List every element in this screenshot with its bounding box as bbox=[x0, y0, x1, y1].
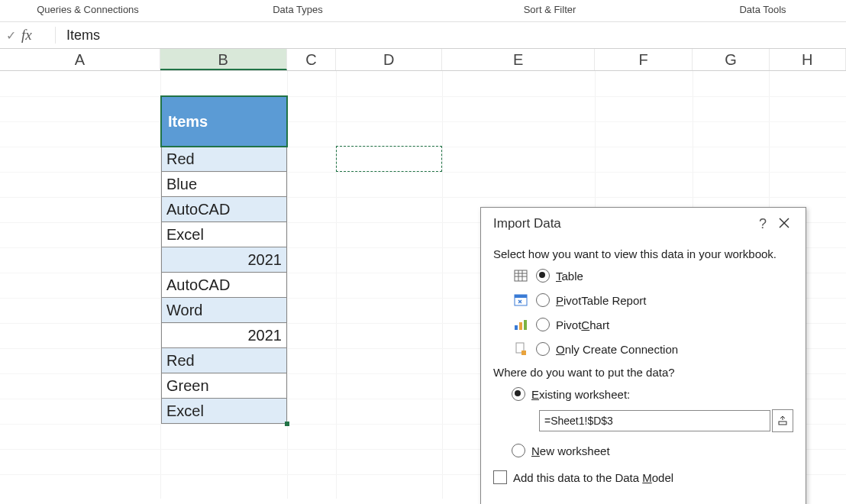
radio-pivottable-report[interactable] bbox=[536, 293, 550, 307]
table-icon bbox=[512, 268, 530, 283]
option-new-label: New worksheet bbox=[531, 444, 610, 457]
table-header-cell[interactable]: Items bbox=[161, 96, 287, 147]
checkbox-data-model-row[interactable]: Add this data to the Data Model bbox=[493, 470, 793, 484]
option-pivottable-label: PivotTable Report bbox=[556, 294, 646, 307]
svg-rect-14 bbox=[779, 422, 786, 425]
option-existing-worksheet[interactable]: Existing worksheet: bbox=[512, 382, 793, 406]
svg-rect-13 bbox=[521, 351, 526, 355]
dialog-titlebar[interactable]: Import Data ? bbox=[481, 208, 806, 240]
pivotchart-icon bbox=[512, 317, 530, 332]
table-row[interactable]: Word bbox=[161, 298, 287, 323]
option-pivottable-report[interactable]: PivotTable Report bbox=[512, 288, 793, 312]
fill-handle[interactable] bbox=[285, 422, 289, 426]
formula-enter-icon[interactable]: ✓ bbox=[6, 28, 21, 43]
table-row[interactable]: Green bbox=[161, 373, 287, 399]
table-row[interactable]: Excel bbox=[161, 222, 287, 247]
option-table[interactable]: Table bbox=[512, 263, 793, 288]
location-input-row: =Sheet1!$D$3 bbox=[539, 409, 793, 432]
ribbon-group-queries: Queries & Connections bbox=[0, 4, 176, 15]
col-header-c[interactable]: C bbox=[287, 49, 337, 70]
fx-icon[interactable]: fx bbox=[21, 27, 56, 44]
radio-only-connection[interactable] bbox=[536, 342, 550, 356]
table-header-label: Items bbox=[168, 113, 208, 131]
radio-table[interactable] bbox=[536, 269, 550, 283]
table-row[interactable]: AutoCAD bbox=[161, 273, 287, 298]
table-row[interactable]: 2021 bbox=[161, 323, 287, 348]
table-row[interactable]: AutoCAD bbox=[161, 197, 287, 222]
col-header-g[interactable]: G bbox=[693, 49, 769, 70]
ribbon-group-datatypes: Data Types bbox=[176, 4, 420, 15]
formula-content[interactable]: Items bbox=[56, 27, 100, 44]
col-header-h[interactable]: H bbox=[770, 49, 846, 70]
table-row[interactable]: Red bbox=[161, 348, 287, 373]
range-picker-button[interactable] bbox=[772, 409, 793, 432]
radio-pivotchart[interactable] bbox=[536, 318, 550, 331]
option-only-connection[interactable]: Only Create Connection bbox=[512, 337, 793, 361]
column-headers: A B C D E F G H bbox=[0, 49, 846, 71]
section-location-label: Where do you want to put the data? bbox=[493, 366, 793, 379]
ribbon-group-labels: Queries & Connections Data Types Sort & … bbox=[0, 0, 846, 22]
close-icon bbox=[779, 218, 789, 228]
range-picker-icon bbox=[777, 415, 788, 426]
col-header-b[interactable]: B bbox=[160, 49, 287, 70]
pivottable-icon bbox=[512, 292, 530, 308]
ribbon-group-sortfilter: Sort & Filter bbox=[420, 4, 680, 15]
section-view-label: Select how you want to view this data in… bbox=[493, 247, 793, 260]
table-row[interactable]: 2021 bbox=[161, 247, 287, 273]
table-row[interactable]: Excel bbox=[161, 399, 287, 424]
option-table-label: Table bbox=[556, 270, 583, 283]
destination-cell-marquee bbox=[336, 146, 442, 172]
dialog-button-row: Properties... ▼ OK Cancel bbox=[481, 501, 806, 504]
col-header-a[interactable]: A bbox=[0, 49, 160, 70]
location-input[interactable]: =Sheet1!$D$3 bbox=[539, 410, 770, 431]
ribbon-group-datatools: Data Tools bbox=[680, 4, 846, 15]
close-button[interactable] bbox=[772, 218, 796, 231]
option-only-connection-label: Only Create Connection bbox=[556, 343, 678, 356]
items-table: Items Red Blue AutoCAD Excel 2021 AutoCA… bbox=[161, 96, 287, 424]
dialog-title: Import Data bbox=[493, 216, 754, 231]
radio-existing-worksheet[interactable] bbox=[512, 387, 525, 401]
svg-rect-9 bbox=[515, 325, 518, 330]
radio-new-worksheet[interactable] bbox=[512, 444, 525, 457]
option-new-worksheet[interactable]: New worksheet bbox=[512, 438, 793, 463]
option-pivotchart[interactable]: PivotChart bbox=[512, 312, 793, 337]
import-data-dialog: Import Data ? Select how you want to vie… bbox=[480, 207, 806, 504]
help-button[interactable]: ? bbox=[754, 216, 772, 232]
table-row[interactable]: Red bbox=[161, 147, 287, 172]
svg-rect-10 bbox=[519, 322, 522, 330]
col-header-f[interactable]: F bbox=[595, 49, 693, 70]
option-pivotchart-label: PivotChart bbox=[556, 318, 609, 331]
spreadsheet-grid[interactable]: Items Red Blue AutoCAD Excel 2021 AutoCA… bbox=[0, 71, 846, 499]
col-header-d[interactable]: D bbox=[336, 49, 442, 70]
table-row[interactable]: Blue bbox=[161, 172, 287, 197]
col-header-e[interactable]: E bbox=[442, 49, 595, 70]
formula-bar: ✓ fx Items bbox=[0, 22, 846, 49]
checkbox-data-model[interactable] bbox=[493, 470, 507, 484]
connection-icon bbox=[512, 341, 530, 357]
option-existing-label: Existing worksheet: bbox=[531, 388, 630, 401]
svg-rect-8 bbox=[515, 295, 527, 298]
svg-rect-2 bbox=[515, 270, 527, 281]
svg-rect-11 bbox=[524, 320, 527, 330]
checkbox-data-model-label: Add this data to the Data Model bbox=[513, 471, 673, 484]
